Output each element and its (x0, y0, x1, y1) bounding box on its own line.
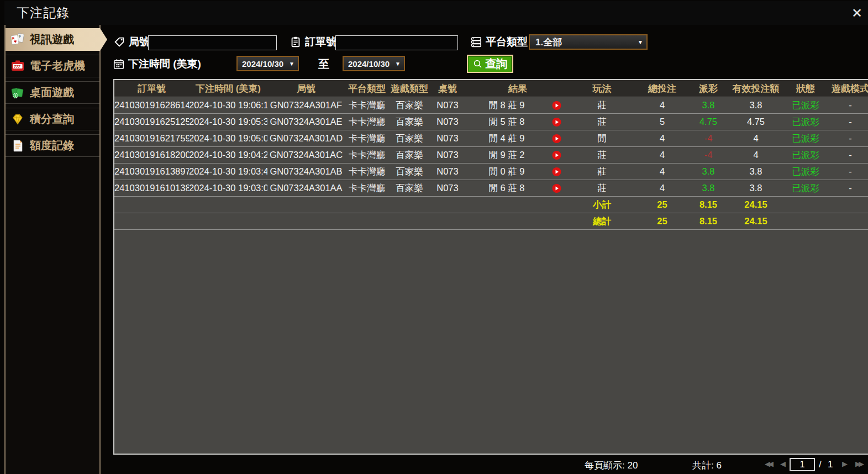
table-cell: - (825, 133, 868, 144)
table-cell: 莊 (570, 182, 634, 194)
table-cell: 241030191610138 (114, 183, 189, 193)
replay-video-icon[interactable] (552, 101, 561, 110)
server-stack-icon (470, 36, 482, 48)
table-cell: 莊 (570, 149, 634, 161)
dialog-titlebar: 下注記錄 ✕ (4, 1, 868, 25)
date-to-value: 2024/10/30 (348, 59, 390, 69)
table-cell: 2024-10-30 19:04:26 (189, 150, 267, 160)
table-cell: 百家樂 (389, 133, 430, 145)
table-cell: - (825, 150, 868, 160)
table-cell: 8.15 (691, 199, 726, 210)
table-cell: 卡卡灣廳 (345, 182, 389, 194)
table-row: 2410301916182002024-10-30 19:04:26GN0732… (114, 147, 868, 164)
replay-video-icon[interactable] (552, 117, 561, 127)
order-number-input[interactable] (335, 35, 458, 50)
table-cell: GN07324A301AE (267, 117, 345, 127)
table-cell: 2024-10-30 19:05:00 (189, 133, 267, 144)
table-cell: - (825, 183, 868, 193)
order-number-label: 訂單號 (305, 35, 336, 49)
table-cell: 241030191621759 (114, 133, 189, 144)
table-cell: 百家樂 (389, 182, 430, 194)
result-cell: 閒 4 莊 9 (465, 130, 570, 146)
platform-type-label-group: 平台類型 (470, 35, 528, 49)
table-cell: 2024-10-30 19:06:13 (189, 100, 267, 110)
chevron-down-icon: ▼ (289, 61, 298, 67)
table-cell: N073 (430, 133, 465, 144)
replay-video-icon[interactable] (552, 150, 561, 160)
result-text: 閒 9 莊 2 (465, 147, 548, 163)
table-cell: 2024-10-30 19:03:44 (189, 166, 267, 177)
last-page-icon[interactable]: ▶▶ (855, 460, 862, 468)
table-cell: 4 (634, 166, 691, 177)
page-number-input[interactable] (790, 458, 815, 471)
slot-777-icon: 777 (10, 59, 25, 73)
close-icon[interactable]: ✕ (849, 6, 865, 21)
next-page-icon[interactable]: ▶ (842, 460, 845, 468)
table-cell: 24.15 (726, 216, 786, 227)
table-cell: 訂單號 (114, 82, 189, 95)
calendar-icon (113, 58, 125, 70)
sidebar-item-3[interactable]: 1桌面遊戲 (6, 81, 99, 104)
round-number-input[interactable] (148, 35, 277, 50)
table-cell: 局號 (267, 82, 345, 95)
table-cell: 結果 (465, 82, 570, 95)
table-cell: 總計 (570, 215, 634, 228)
round-number-label: 局號 (129, 35, 150, 49)
table-cell: 3.8 (726, 166, 786, 177)
replay-video-icon[interactable] (552, 134, 561, 143)
date-from-select[interactable]: 2024/10/30 ▼ (236, 56, 299, 71)
sidebar-item-4[interactable]: 積分查詢 (6, 108, 99, 130)
sidebar-item-5[interactable]: 額度記錄 (6, 134, 99, 157)
sidebar-item-label: 桌面遊戲 (30, 85, 74, 100)
result-cell: 閒 9 莊 2 (465, 147, 570, 163)
table-cell: -4 (691, 150, 726, 160)
table-cell: N073 (430, 166, 465, 177)
total-count-label: 共計: 6 (692, 459, 722, 472)
prev-page-icon[interactable]: ◀ (780, 460, 783, 468)
table-cell: 桌號 (430, 82, 465, 95)
first-page-icon[interactable]: ◀◀ (765, 460, 771, 468)
date-from-value: 2024/10/30 (242, 59, 283, 69)
platform-type-select[interactable]: 1.全部 ▼ (529, 34, 648, 50)
table-cell: GN07324A301AD (267, 133, 345, 144)
table-row: 2410301916286142024-10-30 19:06:13GN0732… (114, 97, 868, 114)
table-cell: 有效投注額 (726, 82, 786, 95)
table-cell: 4 (634, 183, 691, 193)
sidebar-item-2[interactable]: 777電子老虎機 (6, 55, 99, 77)
table-row: 2410301916138972024-10-30 19:03:44GN0732… (114, 164, 868, 180)
search-button[interactable]: 查詢 (467, 55, 513, 73)
date-to-label: 至 (318, 57, 329, 72)
table-cell: 3.8 (691, 100, 726, 110)
date-to-select[interactable]: 2024/10/30 ▼ (343, 56, 405, 71)
table-cell: - (825, 100, 868, 110)
sidebar-item-label: 視訊遊戲 (30, 32, 74, 47)
table-cell: 已派彩 (786, 116, 825, 128)
table-cell: 莊 (570, 99, 634, 112)
table-row: 2410301916251252024-10-30 19:05:33GN0732… (114, 114, 868, 130)
subtotal-row: 小計258.1524.15 (114, 197, 868, 213)
replay-video-icon[interactable] (552, 167, 561, 176)
table-cell: 玩法 (570, 82, 634, 95)
bet-time-label-group: 下注時間 (美東) (113, 57, 201, 71)
table-cell: 總投注 (634, 82, 691, 95)
table-cell: 4.75 (691, 117, 726, 127)
round-number-label-group: 局號 (113, 35, 150, 49)
table-cell: 8.15 (691, 216, 726, 227)
sidebar-item-1[interactable]: 9K視訊遊戲 (6, 28, 107, 51)
table-cell: 狀態 (786, 82, 825, 95)
table-cell: 24.15 (726, 199, 786, 210)
table-cell: 百家樂 (389, 166, 430, 178)
table-cell: 百家樂 (389, 149, 430, 161)
table-cell: 已派彩 (786, 99, 825, 112)
result-cell: 閒 0 莊 9 (465, 164, 570, 180)
table-cell: 已派彩 (786, 166, 825, 178)
table-cell: 3.8 (691, 166, 726, 177)
table-cell: 2024-10-30 19:03:05 (189, 183, 267, 193)
table-cell: 241030191628614 (114, 100, 189, 110)
table-cell: 3.8 (691, 183, 726, 193)
result-text: 閒 0 莊 9 (465, 164, 548, 180)
table-cell: 百家樂 (389, 99, 430, 112)
table-cell: 卡卡灣廳 (345, 116, 389, 128)
sidebar-item-label: 額度記錄 (30, 138, 74, 153)
replay-video-icon[interactable] (552, 183, 561, 193)
